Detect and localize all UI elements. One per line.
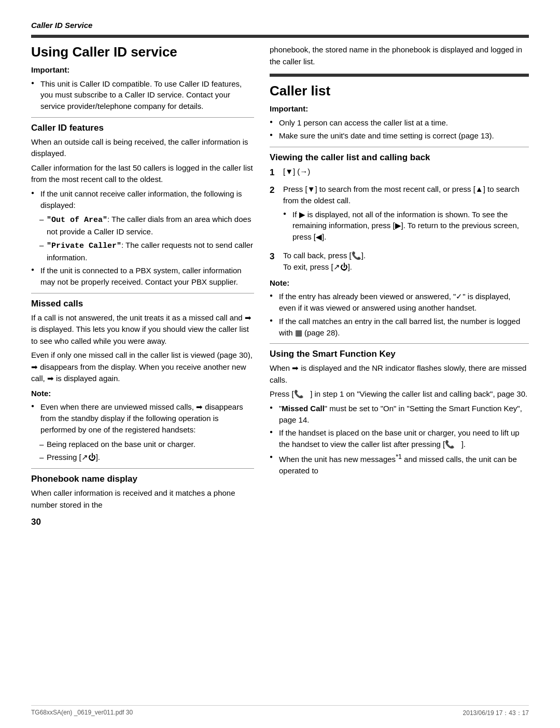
list-item: If ▶ is displayed, not all of the inform… — [283, 209, 529, 243]
list-item: Make sure the unit's date and time setti… — [270, 130, 529, 142]
section2-dash-list: "Out of Area": The caller dials from an … — [39, 214, 254, 263]
header-section: Caller ID Service — [31, 21, 529, 30]
list-item: Pressing [↗⏻]. — [39, 452, 254, 463]
section1-important-label: Important: — [31, 64, 254, 76]
caller-list-important-bullets: Only 1 person can access the caller list… — [270, 117, 529, 142]
list-item: If the unit cannot receive caller inform… — [31, 188, 254, 211]
section3-note-label: Note: — [31, 388, 254, 400]
off-hook-icon2: ↗⏻ — [333, 262, 348, 271]
list-item: When the unit has new messages*1 and mis… — [270, 452, 529, 477]
viewing-note-label: Note: — [270, 277, 529, 289]
step-num-1: 1 — [270, 166, 279, 179]
step-2: 2 Press [▼] to search from the most rece… — [270, 184, 529, 246]
left-column: Using Caller ID service Important: This … — [31, 44, 254, 527]
section4-heading: Phonebook name display — [31, 474, 254, 484]
step-num-3: 3 — [270, 250, 279, 273]
caller-list-heading: Caller list — [270, 83, 529, 99]
footer: TG68xxSA(en) _0619_ver011.pdf 30 2013/06… — [31, 705, 529, 718]
list-item: If the handset is placed on the base uni… — [270, 427, 529, 450]
arrow-icon2: ➡ — [31, 362, 38, 371]
arrow-icon4: ➡ — [196, 402, 203, 411]
rule3 — [31, 468, 254, 469]
page-container: Caller ID Service Using Caller ID servic… — [0, 0, 560, 728]
smart-key-para2: Press [📞 ] in step 1 on "Viewing the cal… — [270, 388, 529, 400]
section2-para1: When an outside call is being received, … — [31, 136, 254, 160]
footer-right: 2013/06/19 17：43：17 — [463, 709, 529, 718]
grid-icon: ▦ — [295, 328, 302, 337]
step-num-2: 2 — [270, 184, 279, 246]
right-rule1 — [270, 74, 529, 77]
list-item: This unit is Caller ID compatible. To us… — [31, 78, 254, 112]
section1-important-list: This unit is Caller ID compatible. To us… — [31, 78, 254, 112]
right-column: phonebook, the stored name in the phoneb… — [270, 44, 529, 527]
off-hook-icon: ↗⏻ — [81, 453, 96, 461]
section3-heading: Missed calls — [31, 299, 254, 309]
section3-para1: If a call is not answered, the unit trea… — [31, 312, 254, 347]
arrow-icon3: ➡ — [47, 374, 54, 383]
step-content-1: [▼] (→) — [283, 166, 529, 179]
section3-note-bullets: Even when there are unviewed missed call… — [31, 401, 254, 435]
strong-text: Missed Call — [282, 404, 325, 413]
phone-icon2: 📞 — [294, 389, 304, 398]
smart-key-heading: Using the Smart Function Key — [270, 349, 529, 359]
code-text: "Out of Area" — [47, 216, 107, 225]
main-content: Using Caller ID service Important: This … — [31, 44, 529, 527]
list-item: Being replaced on the base unit or charg… — [39, 439, 254, 450]
arrow-icon5: ➡ — [292, 363, 299, 372]
list-item: "Missed Call" must be set to "On" in "Se… — [270, 403, 529, 426]
section3-note-dashes: Being replaced on the base unit or charg… — [39, 439, 254, 464]
list-item: If the call matches an entry in the call… — [270, 316, 529, 339]
phone-icon3: 📞 — [445, 440, 455, 449]
right-rule3 — [270, 343, 529, 344]
list-item: Even when there are unviewed missed call… — [31, 401, 254, 435]
phonebook-continued: phonebook, the stored name in the phoneb… — [270, 44, 529, 67]
code-text: "Private Caller" — [47, 242, 121, 250]
section2-heading: Caller ID features — [31, 123, 254, 133]
section2-bullets: If the unit cannot receive caller inform… — [31, 188, 254, 211]
step2-sub-bullets: If ▶ is displayed, not all of the inform… — [283, 209, 529, 243]
viewing-note-bullets: If the entry has already been viewed or … — [270, 291, 529, 338]
section1-heading: Using Caller ID service — [31, 44, 254, 60]
arrow-icon: ➡ — [245, 313, 251, 322]
list-item: If the unit is connected to a PBX system… — [31, 265, 254, 288]
footer-left: TG68xxSA(en) _0619_ver011.pdf 30 — [31, 709, 133, 718]
smart-key-para1: When ➡ is displayed and the NR indicator… — [270, 362, 529, 386]
rule2 — [31, 293, 254, 293]
page-number: 30 — [31, 517, 254, 527]
footnote-marker: *1 — [396, 453, 402, 460]
step-3: 3 To call back, press [📞]. To exit, pres… — [270, 250, 529, 273]
rule1 — [31, 117, 254, 118]
step-1: 1 [▼] (→) — [270, 166, 529, 179]
list-item: Only 1 person can access the caller list… — [270, 117, 529, 129]
header-title: Caller ID Service — [31, 21, 529, 30]
right-rule2 — [270, 147, 529, 147]
phone-icon: 📞 — [352, 251, 361, 260]
viewing-heading: Viewing the caller list and calling back — [270, 152, 529, 163]
section2-para2: Caller information for the last 50 calle… — [31, 162, 254, 186]
section2-bullets2: If the unit is connected to a PBX system… — [31, 265, 254, 288]
list-item: If the entry has already been viewed or … — [270, 291, 529, 314]
top-rule — [31, 35, 529, 38]
list-item: "Private Caller": The caller requests no… — [39, 240, 254, 263]
section4-para1: When caller information is received and … — [31, 487, 254, 511]
section3-para2: Even if only one missed call in the call… — [31, 349, 254, 385]
step-content-2: Press [▼] to search from the most recent… — [283, 184, 529, 246]
smart-key-bullets: "Missed Call" must be set to "On" in "Se… — [270, 403, 529, 477]
list-item: "Out of Area": The caller dials from an … — [39, 214, 254, 237]
viewing-steps: 1 [▼] (→) 2 Press [▼] to search from the… — [270, 166, 529, 273]
caller-list-important-label: Important: — [270, 103, 529, 115]
step-content-3: To call back, press [📞]. To exit, press … — [283, 250, 529, 273]
